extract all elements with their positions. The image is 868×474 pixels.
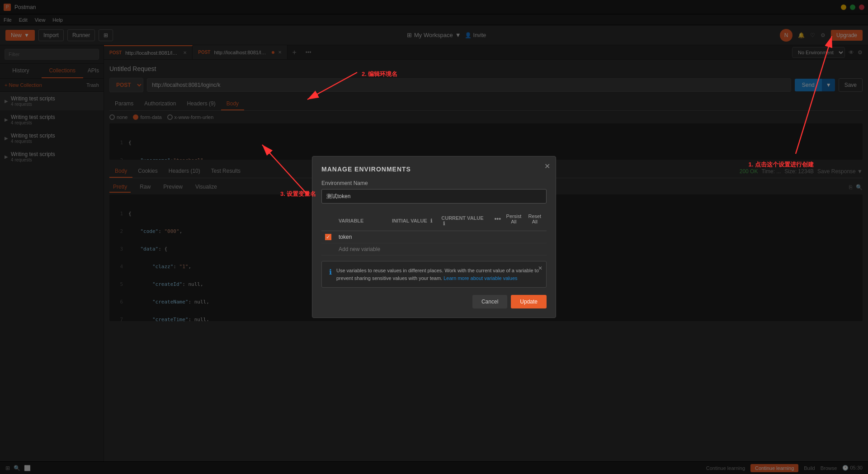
initial-value-input[interactable] (392, 234, 434, 240)
update-button[interactable]: Update (511, 295, 547, 308)
var-name-cell (335, 231, 388, 243)
add-variable-row (321, 243, 547, 256)
current-value-header: CURRENT VALUE ℹ (438, 211, 491, 231)
info-icon-current: ℹ (443, 221, 445, 226)
reset-all-button[interactable]: Reset All (527, 213, 543, 224)
modal-overlay: MANAGE ENVIRONMENTS ✕ Environment Name V… (0, 0, 868, 474)
modal-title: MANAGE ENVIRONMENTS (321, 166, 547, 173)
manage-environments-modal: MANAGE ENVIRONMENTS ✕ Environment Name V… (312, 156, 556, 318)
add-variable-cell (335, 243, 491, 256)
modal-footer: Cancel Update (321, 295, 547, 308)
var-checkbox-cell: ✓ (321, 231, 335, 243)
info-text: Use variables to reuse values in differe… (336, 267, 539, 282)
initial-value-cell (388, 231, 438, 243)
initial-value-header: INITIAL VALUE ℹ (388, 211, 438, 231)
table-actions: ••• Persist All Reset All (494, 213, 543, 224)
actions-header: ••• Persist All Reset All (491, 211, 547, 231)
more-actions-icon[interactable]: ••• (494, 215, 501, 223)
add-row-actions (491, 243, 547, 256)
info-circle-icon: ℹ (329, 268, 332, 276)
current-value-cell (438, 231, 491, 243)
variable-info-box: ℹ Use variables to reuse values in diffe… (321, 261, 547, 288)
add-variable-input[interactable] (339, 246, 487, 252)
checkbox-header (321, 211, 335, 231)
variable-name-input[interactable] (339, 234, 385, 240)
variables-table: VARIABLE INITIAL VALUE ℹ CURRENT VALUE ℹ… (321, 211, 547, 256)
add-checkbox-cell (321, 243, 335, 256)
info-link[interactable]: Learn more about variable values (443, 275, 517, 281)
info-close-button[interactable]: ✕ (538, 265, 542, 271)
persist-all-button[interactable]: Persist All (505, 213, 523, 224)
table-row: ✓ (321, 231, 547, 243)
var-checkbox[interactable]: ✓ (325, 234, 331, 240)
env-name-input[interactable] (321, 189, 547, 204)
env-name-label: Environment Name (321, 180, 547, 186)
variable-header: VARIABLE (335, 211, 388, 231)
modal-close-button[interactable]: ✕ (544, 162, 550, 171)
info-icon-initial: ℹ (430, 218, 432, 223)
current-value-input[interactable] (441, 234, 487, 240)
cancel-button[interactable]: Cancel (472, 295, 507, 308)
row-actions-cell (491, 231, 547, 243)
